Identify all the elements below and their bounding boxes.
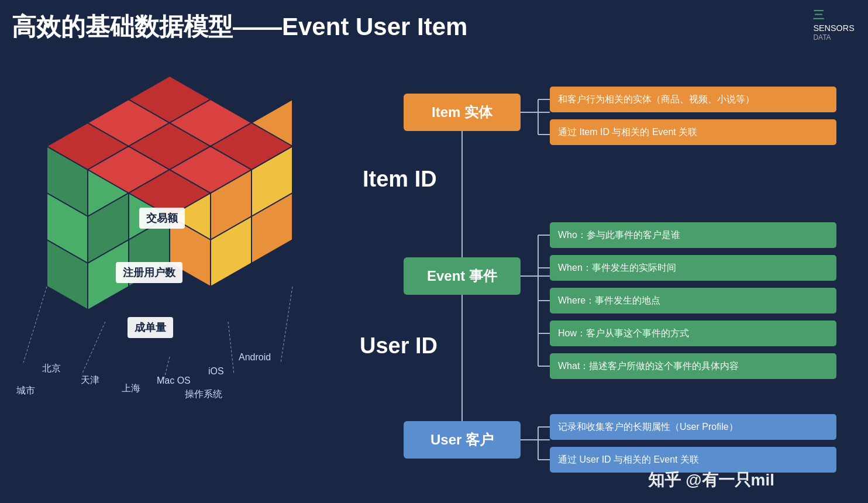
info-event-3: Where：事件发生的地点 xyxy=(550,288,836,313)
svg-text:DATA: DATA xyxy=(813,33,831,41)
axis-chengshi: 城市 xyxy=(16,385,35,397)
page-title: 高效的基础数据模型——Event User Item xyxy=(12,11,467,43)
node-item: Item 实体 xyxy=(404,94,521,131)
axis-android: Android xyxy=(239,352,271,363)
svg-line-35 xyxy=(228,322,234,374)
cube-label-zhuce: 注册用户数 xyxy=(116,262,182,283)
cube-label-jiaoyie: 交易额 xyxy=(139,208,185,229)
svg-line-33 xyxy=(82,322,105,374)
info-event-5: What：描述客户所做的这个事件的具体内容 xyxy=(550,353,836,379)
axis-beijing: 北京 xyxy=(42,363,61,375)
svg-text:三: 三 xyxy=(813,9,824,21)
info-event-1: Who：参与此事件的客户是谁 xyxy=(550,222,836,248)
axis-macos: Mac OS xyxy=(157,375,191,386)
diagram-area: Item ID User ID Item 实体 Event 事件 User 客户… xyxy=(328,58,854,491)
logo: 三 SENSORS DATA xyxy=(810,6,856,41)
svg-line-36 xyxy=(281,287,292,363)
cube-label-chendan: 成单量 xyxy=(128,317,173,338)
node-user: User 客户 xyxy=(404,421,521,459)
svg-line-32 xyxy=(23,287,47,363)
watermark: 知乎 @有一只mil xyxy=(648,469,774,491)
axis-tianjin: 天津 xyxy=(81,374,99,387)
axis-ios: iOS xyxy=(208,366,224,377)
info-user-1: 记录和收集客户的长期属性（User Profile） xyxy=(550,414,836,440)
cube-area: 交易额 注册用户数 成单量 北京 天津 城市 上海 Mac OS iOS And… xyxy=(12,64,316,427)
axis-caozuo: 操作系统 xyxy=(185,388,222,401)
svg-text:SENSORS: SENSORS xyxy=(813,23,854,33)
node-event: Event 事件 xyxy=(404,257,521,295)
info-item-2: 通过 Item ID 与相关的 Event 关联 xyxy=(550,119,836,145)
id-item-label: Item ID xyxy=(363,167,437,192)
axis-shanghai: 上海 xyxy=(122,383,140,395)
info-item-1: 和客户行为相关的实体（商品、视频、小说等） xyxy=(550,87,836,112)
id-user-label: User ID xyxy=(360,333,438,359)
info-event-2: When：事件发生的实际时间 xyxy=(550,255,836,281)
info-event-4: How：客户从事这个事件的方式 xyxy=(550,321,836,346)
